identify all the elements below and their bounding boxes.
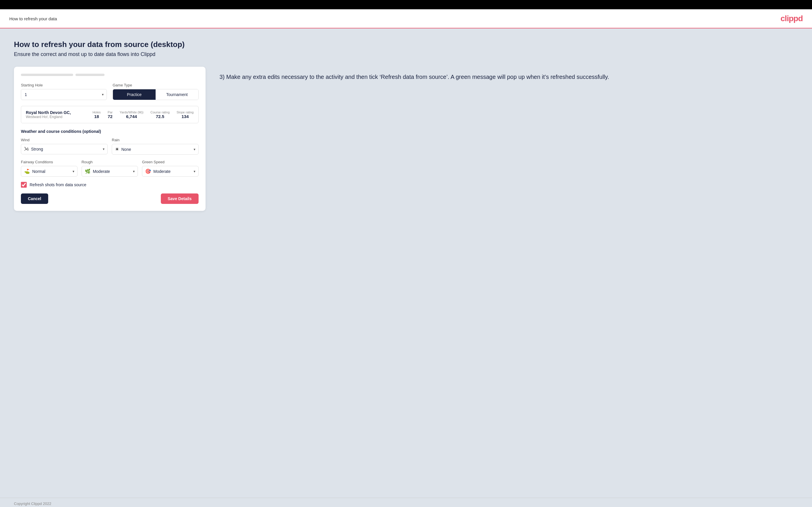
content-area: Starting Hole 1 10 ▾ Game Type Practice … [14,67,798,211]
copyright-text: Copyright Clippd 2022 [14,502,51,506]
tournament-button[interactable]: Tournament [156,89,198,100]
course-stat-yards: Yards/White (M)) 6,744 [119,111,143,119]
slope-label: Slope rating [176,111,194,114]
slope-value: 134 [176,114,194,119]
page-subtitle: Ensure the correct and most up to date d… [14,51,798,57]
refresh-checkbox[interactable] [21,182,27,188]
rough-select-wrapper[interactable]: 🌿 Moderate ▾ [82,166,138,177]
rain-icon: ☀ [115,147,119,152]
description-text: 3) Make any extra edits necessary to the… [219,72,798,81]
description-panel: 3) Make any extra edits necessary to the… [219,67,798,81]
holes-value: 18 [93,114,101,119]
yards-value: 6,744 [119,114,143,119]
game-type-group: Game Type Practice Tournament [113,83,199,100]
wind-rain-row: Wind 🌬 Strong ▾ Rain ☀ None ▾ [21,138,199,155]
green-speed-label: Green Speed [142,160,199,164]
form-panel: Starting Hole 1 10 ▾ Game Type Practice … [14,67,206,211]
green-speed-chevron-icon: ▾ [194,169,195,173]
button-row: Cancel Save Details [21,193,199,204]
wind-select-wrapper[interactable]: 🌬 Strong ▾ [21,144,108,154]
rain-select-wrapper[interactable]: ☀ None ▾ [112,144,199,155]
stub-tab-1 [21,74,73,76]
starting-hole-group: Starting Hole 1 10 ▾ [21,83,107,100]
wind-icon: 🌬 [24,147,29,152]
holes-label: Holes [93,111,101,114]
footer: Copyright Clippd 2022 [0,498,812,507]
fairway-icon: ⛳ [24,169,30,174]
fairway-group: Fairway Conditions ⛳ Normal ▾ [21,160,78,177]
wind-group: Wind 🌬 Strong ▾ [21,138,108,155]
green-speed-select-wrapper[interactable]: 🎯 Moderate ▾ [142,166,199,177]
course-stats: Holes 18 Par 72 Yards/White (M)) 6,744 C… [93,111,194,119]
page-title: How to refresh your data from source (de… [14,40,798,49]
starting-hole-select-wrapper[interactable]: 1 10 ▾ [21,89,107,100]
main-content: How to refresh your data from source (de… [0,29,812,498]
fairway-rough-green-row: Fairway Conditions ⛳ Normal ▾ Rough 🌿 Mo… [21,160,199,177]
course-stat-course-rating: Course rating 72.5 [150,111,169,119]
top-stub [21,74,199,77]
par-label: Par [108,111,113,114]
rain-value: None [121,147,191,152]
starting-hole-row: Starting Hole 1 10 ▾ Game Type Practice … [21,83,199,100]
course-info: Royal North Devon GC, Westward Ho!, Engl… [21,106,199,123]
course-name-block: Royal North Devon GC, Westward Ho!, Engl… [26,110,71,119]
course-stat-par: Par 72 [108,111,113,119]
fairway-select-wrapper[interactable]: ⛳ Normal ▾ [21,166,78,177]
wind-value: Strong [31,147,100,152]
game-type-buttons: Practice Tournament [113,89,199,100]
course-stat-holes: Holes 18 [93,111,101,119]
par-value: 72 [108,114,113,119]
stub-tab-2 [75,74,104,76]
starting-hole-select[interactable]: 1 10 [21,89,107,100]
fairway-chevron-icon: ▾ [72,169,74,173]
cancel-button[interactable]: Cancel [21,193,48,204]
rough-value: Moderate [93,169,131,174]
green-speed-value: Moderate [153,169,191,174]
green-speed-group: Green Speed 🎯 Moderate ▾ [142,160,199,177]
rough-icon: 🌿 [85,169,91,174]
rough-label: Rough [82,160,138,164]
rough-group: Rough 🌿 Moderate ▾ [82,160,138,177]
course-name: Royal North Devon GC, [26,110,71,115]
conditions-section-title: Weather and course conditions (optional) [21,129,199,134]
rough-chevron-icon: ▾ [133,169,135,173]
top-bar [0,0,812,9]
refresh-checkbox-label: Refresh shots from data source [30,182,86,187]
wind-chevron-icon: ▾ [103,147,104,151]
header: How to refresh your data clippd [0,9,812,29]
refresh-checkbox-row: Refresh shots from data source [21,182,199,188]
logo: clippd [781,14,803,23]
game-type-label: Game Type [113,83,199,87]
course-rating-value: 72.5 [150,114,169,119]
wind-label: Wind [21,138,108,142]
course-location: Westward Ho!, England [26,115,71,119]
rain-group: Rain ☀ None ▾ [112,138,199,155]
practice-button[interactable]: Practice [113,89,156,100]
course-stat-slope: Slope rating 134 [176,111,194,119]
rain-label: Rain [112,138,199,142]
course-rating-label: Course rating [150,111,169,114]
starting-hole-label: Starting Hole [21,83,107,87]
header-title: How to refresh your data [9,16,57,21]
yards-label: Yards/White (M)) [119,111,143,114]
rain-chevron-icon: ▾ [194,147,195,152]
green-speed-icon: 🎯 [145,169,151,174]
fairway-label: Fairway Conditions [21,160,78,164]
save-details-button[interactable]: Save Details [161,193,199,204]
fairway-value: Normal [32,169,70,174]
